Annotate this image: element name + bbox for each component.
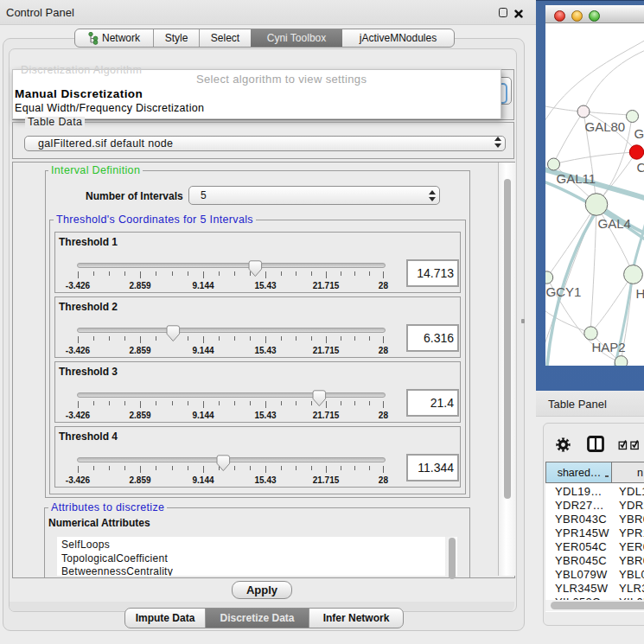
svg-text:HAP2: HAP2	[592, 340, 626, 354]
svg-text:GAL4: GAL4	[598, 216, 631, 231]
svg-text:GCY1: GCY1	[546, 284, 582, 299]
svg-text:GAL11: GAL11	[557, 171, 596, 186]
svg-text:G.: G.	[634, 126, 644, 141]
svg-text:C: C	[637, 160, 644, 175]
svg-text:H: H	[636, 286, 644, 301]
svg-text:GAL80: GAL80	[585, 119, 626, 134]
